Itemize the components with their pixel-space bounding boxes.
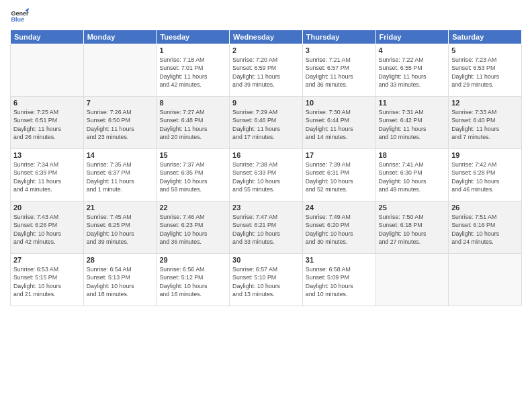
day-number: 22 <box>159 203 226 212</box>
calendar-cell: 4Sunrise: 7:22 AM Sunset: 6:55 PM Daylig… <box>375 44 449 97</box>
day-info: Sunrise: 6:54 AM Sunset: 5:13 PM Dayligh… <box>87 265 154 298</box>
col-header-saturday: Saturday <box>449 30 522 44</box>
day-number: 5 <box>451 46 519 54</box>
calendar-cell: 23Sunrise: 7:47 AM Sunset: 6:21 PM Dayli… <box>230 201 303 254</box>
calendar-cell: 6Sunrise: 7:25 AM Sunset: 6:51 PM Daylig… <box>11 97 84 149</box>
day-number: 27 <box>13 256 81 264</box>
day-number: 13 <box>13 151 81 159</box>
logo: General Blue <box>10 7 32 26</box>
day-number: 23 <box>232 203 300 212</box>
col-header-tuesday: Tuesday <box>157 30 230 44</box>
day-number: 17 <box>306 151 373 159</box>
calendar-cell: 2Sunrise: 7:20 AM Sunset: 6:59 PM Daylig… <box>230 44 303 97</box>
day-number: 26 <box>451 203 519 212</box>
day-number: 9 <box>232 99 300 107</box>
week-row-3: 13Sunrise: 7:34 AM Sunset: 6:39 PM Dayli… <box>11 149 522 201</box>
day-info: Sunrise: 7:31 AM Sunset: 6:42 PM Dayligh… <box>379 108 446 141</box>
day-number: 3 <box>306 46 373 54</box>
calendar-cell <box>375 254 449 306</box>
day-info: Sunrise: 7:47 AM Sunset: 6:21 PM Dayligh… <box>232 213 300 246</box>
col-header-wednesday: Wednesday <box>230 30 303 44</box>
day-info: Sunrise: 6:57 AM Sunset: 5:10 PM Dayligh… <box>232 265 300 298</box>
day-info: Sunrise: 7:41 AM Sunset: 6:30 PM Dayligh… <box>379 161 446 193</box>
week-row-5: 27Sunrise: 6:53 AM Sunset: 5:15 PM Dayli… <box>11 254 522 306</box>
day-info: Sunrise: 7:43 AM Sunset: 6:26 PM Dayligh… <box>13 213 81 246</box>
calendar-cell: 9Sunrise: 7:29 AM Sunset: 6:46 PM Daylig… <box>230 97 303 149</box>
day-number: 11 <box>379 99 446 107</box>
calendar-cell <box>11 44 84 97</box>
week-row-4: 20Sunrise: 7:43 AM Sunset: 6:26 PM Dayli… <box>11 201 522 254</box>
day-info: Sunrise: 7:25 AM Sunset: 6:51 PM Dayligh… <box>13 108 81 141</box>
day-info: Sunrise: 7:50 AM Sunset: 6:18 PM Dayligh… <box>379 213 446 246</box>
calendar-cell: 14Sunrise: 7:35 AM Sunset: 6:37 PM Dayli… <box>83 149 157 201</box>
day-number: 24 <box>306 203 373 212</box>
day-number: 31 <box>306 256 373 264</box>
day-number: 2 <box>232 46 300 54</box>
day-info: Sunrise: 7:34 AM Sunset: 6:39 PM Dayligh… <box>13 161 81 193</box>
day-info: Sunrise: 7:51 AM Sunset: 6:16 PM Dayligh… <box>451 213 519 246</box>
day-info: Sunrise: 7:27 AM Sunset: 6:48 PM Dayligh… <box>159 108 226 141</box>
calendar-cell: 15Sunrise: 7:37 AM Sunset: 6:35 PM Dayli… <box>157 149 230 201</box>
col-header-monday: Monday <box>83 30 157 44</box>
calendar-cell: 29Sunrise: 6:56 AM Sunset: 5:12 PM Dayli… <box>157 254 230 306</box>
day-info: Sunrise: 7:20 AM Sunset: 6:59 PM Dayligh… <box>232 56 300 89</box>
day-info: Sunrise: 7:22 AM Sunset: 6:55 PM Dayligh… <box>379 56 446 89</box>
calendar-cell: 8Sunrise: 7:27 AM Sunset: 6:48 PM Daylig… <box>157 97 230 149</box>
day-number: 30 <box>232 256 300 264</box>
day-info: Sunrise: 7:35 AM Sunset: 6:37 PM Dayligh… <box>87 161 154 193</box>
calendar: SundayMondayTuesdayWednesdayThursdayFrid… <box>10 30 522 306</box>
day-number: 18 <box>379 151 446 159</box>
calendar-cell: 25Sunrise: 7:50 AM Sunset: 6:18 PM Dayli… <box>375 201 449 254</box>
day-number: 4 <box>379 46 446 54</box>
calendar-cell: 28Sunrise: 6:54 AM Sunset: 5:13 PM Dayli… <box>83 254 157 306</box>
calendar-cell: 30Sunrise: 6:57 AM Sunset: 5:10 PM Dayli… <box>230 254 303 306</box>
day-number: 21 <box>87 203 154 212</box>
day-info: Sunrise: 7:18 AM Sunset: 7:01 PM Dayligh… <box>159 56 226 89</box>
day-number: 1 <box>159 46 226 54</box>
day-info: Sunrise: 7:30 AM Sunset: 6:44 PM Dayligh… <box>306 108 373 141</box>
calendar-cell <box>449 254 522 306</box>
day-number: 15 <box>159 151 226 159</box>
day-number: 8 <box>159 99 226 107</box>
page: General Blue SundayMondayTuesdayWednesda… <box>0 0 532 411</box>
day-info: Sunrise: 7:33 AM Sunset: 6:40 PM Dayligh… <box>451 108 519 141</box>
calendar-cell: 12Sunrise: 7:33 AM Sunset: 6:40 PM Dayli… <box>449 97 522 149</box>
col-header-thursday: Thursday <box>302 30 375 44</box>
svg-text:Blue: Blue <box>11 16 24 23</box>
col-header-friday: Friday <box>375 30 449 44</box>
calendar-cell: 5Sunrise: 7:23 AM Sunset: 6:53 PM Daylig… <box>449 44 522 97</box>
header: General Blue <box>10 7 522 26</box>
day-number: 16 <box>232 151 300 159</box>
day-info: Sunrise: 6:56 AM Sunset: 5:12 PM Dayligh… <box>159 265 226 298</box>
day-info: Sunrise: 7:38 AM Sunset: 6:33 PM Dayligh… <box>232 161 300 193</box>
calendar-cell: 10Sunrise: 7:30 AM Sunset: 6:44 PM Dayli… <box>302 97 375 149</box>
calendar-cell: 20Sunrise: 7:43 AM Sunset: 6:26 PM Dayli… <box>11 201 84 254</box>
col-header-sunday: Sunday <box>11 30 84 44</box>
calendar-cell: 18Sunrise: 7:41 AM Sunset: 6:30 PM Dayli… <box>375 149 449 201</box>
calendar-cell: 19Sunrise: 7:42 AM Sunset: 6:28 PM Dayli… <box>449 149 522 201</box>
day-info: Sunrise: 7:23 AM Sunset: 6:53 PM Dayligh… <box>451 56 519 89</box>
day-number: 28 <box>87 256 154 264</box>
calendar-header-row: SundayMondayTuesdayWednesdayThursdayFrid… <box>11 30 522 44</box>
calendar-cell <box>83 44 157 97</box>
calendar-cell: 31Sunrise: 6:58 AM Sunset: 5:09 PM Dayli… <box>302 254 375 306</box>
week-row-2: 6Sunrise: 7:25 AM Sunset: 6:51 PM Daylig… <box>11 97 522 149</box>
day-info: Sunrise: 6:58 AM Sunset: 5:09 PM Dayligh… <box>306 265 373 298</box>
logo-icon: General Blue <box>10 7 29 26</box>
day-number: 10 <box>306 99 373 107</box>
calendar-cell: 21Sunrise: 7:45 AM Sunset: 6:25 PM Dayli… <box>83 201 157 254</box>
day-info: Sunrise: 7:29 AM Sunset: 6:46 PM Dayligh… <box>232 108 300 141</box>
day-number: 7 <box>87 99 154 107</box>
day-info: Sunrise: 7:37 AM Sunset: 6:35 PM Dayligh… <box>159 161 226 193</box>
day-info: Sunrise: 7:49 AM Sunset: 6:20 PM Dayligh… <box>306 213 373 246</box>
calendar-cell: 1Sunrise: 7:18 AM Sunset: 7:01 PM Daylig… <box>157 44 230 97</box>
day-number: 12 <box>451 99 519 107</box>
calendar-cell: 27Sunrise: 6:53 AM Sunset: 5:15 PM Dayli… <box>11 254 84 306</box>
day-number: 25 <box>379 203 446 212</box>
day-number: 14 <box>87 151 154 159</box>
calendar-cell: 22Sunrise: 7:46 AM Sunset: 6:23 PM Dayli… <box>157 201 230 254</box>
calendar-cell: 7Sunrise: 7:26 AM Sunset: 6:50 PM Daylig… <box>83 97 157 149</box>
day-number: 20 <box>13 203 81 212</box>
day-info: Sunrise: 7:21 AM Sunset: 6:57 PM Dayligh… <box>306 56 373 89</box>
day-info: Sunrise: 7:26 AM Sunset: 6:50 PM Dayligh… <box>87 108 154 141</box>
